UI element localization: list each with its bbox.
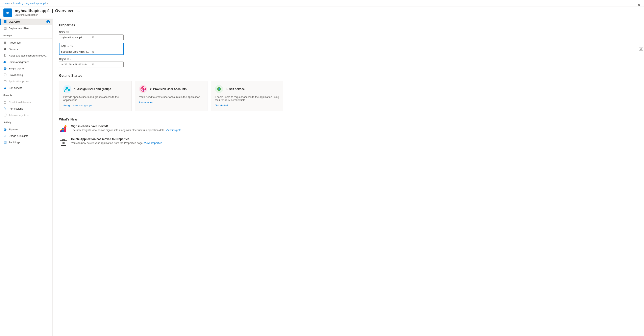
sidebar-item-conditional-access-label: Conditional Access [9, 101, 31, 104]
sidebar-item-owners-label: Owners [9, 48, 18, 51]
svg-point-37 [218, 88, 220, 90]
sidebar-item-usage-insights-label: Usage & insights [9, 134, 28, 137]
sidebar-section-activity: Activity [0, 119, 52, 124]
sidebar-item-overview[interactable]: Overview 1 [0, 19, 52, 25]
assign-users-card-header: 1. Assign users and groups [63, 85, 128, 93]
sidebar-item-conditional-access: Conditional Access [0, 99, 52, 105]
svg-point-12 [6, 55, 6, 55]
app-title: myhealthapisapp1 | Overview ... [15, 9, 80, 13]
shield-icon [4, 113, 7, 117]
sidebar-section-security: Security [0, 92, 52, 97]
sidebar-item-sso[interactable]: Single sign-on [0, 65, 52, 72]
sidebar-item-users-groups[interactable]: Users and groups [0, 59, 52, 65]
svg-rect-25 [6, 135, 6, 137]
svg-point-35 [142, 88, 144, 90]
news-item-sign-in-charts: Sign in charts have moved! The new Insig… [59, 125, 637, 133]
provision-accounts-card-body: You'll need to create user accounts in t… [139, 96, 203, 99]
delete-app-title: Delete Application has moved to Properti… [71, 137, 637, 141]
sidebar-item-token-encryption-label: Token encryption [9, 114, 28, 117]
properties-section-title: Properties [59, 24, 637, 27]
sidebar-item-sso-label: Single sign-on [9, 67, 25, 70]
svg-line-21 [5, 109, 6, 110]
key-icon [4, 107, 7, 110]
app-id-copy-icon[interactable]: ⧉ [92, 50, 122, 54]
self-service-card-icon [215, 85, 223, 93]
sidebar-item-roles[interactable]: Roles and administrators (Prev... [0, 52, 52, 59]
sign-in-charts-content: Sign in charts have moved! The new Insig… [71, 125, 637, 132]
provision-accounts-card-title: 2. Provision User Accounts [150, 87, 187, 91]
sidebar-item-roles-label: Roles and administrators (Prev... [9, 54, 46, 57]
svg-rect-2 [4, 22, 5, 23]
svg-rect-0 [4, 20, 5, 22]
app-id-tooltip: 2 [639, 47, 643, 51]
view-insights-link[interactable]: View insights [166, 129, 181, 132]
assign-users-icon [63, 85, 72, 93]
name-label: Name ⓘ [59, 30, 637, 34]
svg-rect-40 [64, 127, 66, 132]
sidebar-item-app-proxy-label: Application proxy [9, 80, 29, 83]
app-id-info-icon: ⓘ [70, 44, 79, 48]
object-id-copy-icon[interactable]: ⧉ [92, 63, 122, 66]
sidebar-item-owners[interactable]: Owners [0, 46, 52, 52]
sidebar-item-deployment-plan[interactable]: Deployment Plan [0, 25, 52, 32]
whats-new-section: Sign in charts have moved! The new Insig… [59, 125, 637, 146]
list-icon [4, 41, 7, 44]
view-properties-link[interactable]: View properties [144, 141, 162, 145]
svg-point-11 [4, 55, 5, 56]
self-service-card-header: 3. Self service [215, 85, 279, 93]
svg-point-41 [64, 125, 66, 127]
assign-users-link[interactable]: Assign users and groups [63, 104, 92, 107]
app-id-container: Application ID ⓘ 5969adef-0bf9-4d56-a122… [59, 43, 124, 55]
sidebar-item-provisioning-label: Provisioning [9, 74, 23, 77]
title-separator: | [52, 9, 53, 13]
self-service-card-title: 3. Self service [226, 87, 244, 91]
ellipsis-button[interactable]: ... [76, 9, 80, 13]
object-id-property: Object ID ⓘ acf2219f-c498-493e-be77-1...… [59, 57, 637, 67]
svg-point-30 [66, 87, 68, 89]
sidebar-item-properties[interactable]: Properties [0, 39, 52, 46]
name-copy-icon[interactable]: ⧉ [92, 36, 122, 39]
breadcrumb: Home › bxaadorg › myhealthapisapp1 › [0, 0, 644, 7]
provision-accounts-link[interactable]: Learn more [139, 101, 152, 104]
sidebar-item-provisioning[interactable]: Provisioning [0, 72, 52, 78]
lock-icon [4, 101, 7, 104]
sidebar-item-token-encryption: Token encryption [0, 112, 52, 118]
app-title-block: myhealthapisapp1 | Overview ... Enterpri… [15, 9, 80, 16]
self-service-link[interactable]: Get started [215, 104, 228, 107]
sidebar-item-audit-logs-label: Audit logs [9, 141, 20, 144]
svg-rect-23 [4, 136, 4, 137]
sidebar: « Overview 1 Deployment Plan Manage [0, 19, 52, 336]
security-divider [0, 98, 52, 98]
breadcrumb-app[interactable]: myhealthapisapp1 [26, 2, 46, 5]
sidebar-item-sign-ins[interactable]: Sign-ins [0, 126, 52, 133]
manage-divider [0, 38, 52, 39]
grid-icon [4, 20, 7, 24]
breadcrumb-home[interactable]: Home [4, 2, 10, 5]
sidebar-item-permissions[interactable]: Permissions [0, 105, 52, 112]
close-button[interactable]: ✕ [638, 3, 640, 8]
provision-accounts-card-header: 2. Provision User Accounts [139, 85, 203, 93]
sidebar-item-usage-insights[interactable]: Usage & insights [0, 133, 52, 139]
sidebar-section-manage: Manage [0, 32, 52, 38]
sidebar-item-sign-ins-label: Sign-ins [9, 128, 18, 131]
name-property: Name ⓘ myhealthapisapp1 ⧉ [59, 30, 637, 40]
provision-accounts-card: 2. Provision User Accounts You'll need t… [135, 81, 208, 111]
sync-icon [4, 73, 7, 77]
object-id-value: acf2219f-c498-493e-be77-1... [61, 63, 90, 66]
sign-in-charts-icon [59, 125, 68, 133]
person-icon [4, 48, 7, 51]
main-layout: « Overview 1 Deployment Plan Manage [0, 19, 644, 336]
breadcrumb-org[interactable]: bxaadorg [13, 2, 23, 5]
people-icon [4, 54, 7, 57]
activity-divider [0, 125, 52, 125]
app-header: MY myhealthapisapp1 | Overview ... Enter… [0, 7, 644, 19]
object-id-info-icon: ⓘ [70, 57, 72, 61]
sidebar-item-audit-logs[interactable]: Audit logs [0, 139, 52, 146]
getting-started-cards: 1. Assign users and groups Provide speci… [59, 81, 637, 111]
news-item-delete-app: Delete Application has moved to Properti… [59, 137, 637, 146]
svg-point-14 [6, 61, 6, 62]
sidebar-item-self-service[interactable]: Self-service [0, 85, 52, 91]
svg-point-13 [4, 61, 5, 62]
object-id-label: Object ID ⓘ [59, 57, 637, 61]
getting-started-title: Getting Started [59, 74, 637, 78]
